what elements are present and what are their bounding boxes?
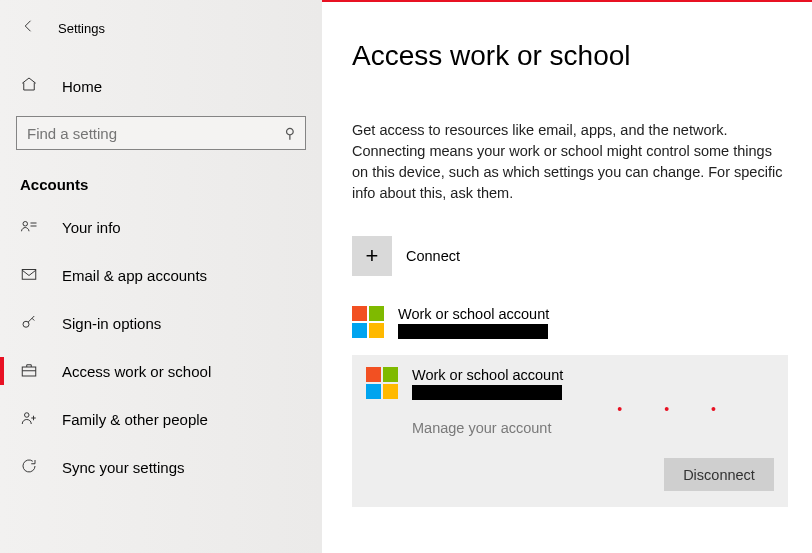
sidebar-item-email-accounts[interactable]: Email & app accounts xyxy=(0,251,322,299)
connect-button[interactable]: + Connect xyxy=(352,232,788,280)
sidebar: Settings Home ⚲ Accounts Your info xyxy=(0,0,322,553)
nav-label: Email & app accounts xyxy=(62,267,207,284)
plus-icon: + xyxy=(352,236,392,276)
svg-point-0 xyxy=(23,221,28,226)
section-header: Accounts xyxy=(20,176,322,193)
account-item[interactable]: Work or school account xyxy=(366,367,774,400)
sidebar-item-access-work-school[interactable]: Access work or school xyxy=(0,347,322,395)
search-icon: ⚲ xyxy=(285,125,295,141)
account-title: Work or school account xyxy=(412,367,563,383)
disconnect-button[interactable]: Disconnect xyxy=(664,458,774,491)
account-email-redacted xyxy=(398,324,548,339)
microsoft-logo-icon xyxy=(352,306,384,338)
sidebar-item-signin-options[interactable]: Sign-in options xyxy=(0,299,322,347)
sidebar-item-family[interactable]: Family & other people xyxy=(0,395,322,443)
nav-label: Sync your settings xyxy=(62,459,185,476)
search-input[interactable] xyxy=(27,125,285,142)
home-button[interactable]: Home xyxy=(0,66,322,106)
annotation-dots: ••• xyxy=(617,401,758,417)
account-email-redacted xyxy=(412,385,562,400)
sync-icon xyxy=(18,457,40,478)
nav-label: Access work or school xyxy=(62,363,211,380)
home-label: Home xyxy=(62,78,102,95)
connect-label: Connect xyxy=(406,248,460,264)
microsoft-logo-icon xyxy=(366,367,398,399)
person-card-icon xyxy=(18,217,40,238)
people-plus-icon xyxy=(18,409,40,430)
svg-point-4 xyxy=(25,412,30,417)
sidebar-item-your-info[interactable]: Your info xyxy=(0,203,322,251)
window-title: Settings xyxy=(58,21,105,36)
sidebar-item-sync[interactable]: Sync your settings xyxy=(0,443,322,491)
search-box[interactable]: ⚲ xyxy=(16,116,306,150)
page-heading: Access work or school xyxy=(352,40,788,72)
briefcase-icon xyxy=(18,361,40,382)
svg-rect-3 xyxy=(22,367,36,376)
nav: Your info Email & app accounts Sign-in o… xyxy=(0,203,322,491)
manage-account-link[interactable]: Manage your account xyxy=(412,420,774,436)
main-content: Access work or school Get access to reso… xyxy=(322,0,812,553)
mail-icon xyxy=(18,265,40,286)
nav-label: Sign-in options xyxy=(62,315,161,332)
account-title: Work or school account xyxy=(398,306,549,322)
account-item[interactable]: Work or school account xyxy=(352,300,788,345)
nav-label: Your info xyxy=(62,219,121,236)
page-description: Get access to resources like email, apps… xyxy=(352,120,788,204)
svg-rect-1 xyxy=(22,269,36,279)
svg-point-2 xyxy=(23,321,29,327)
account-item-expanded: Work or school account ••• Manage your a… xyxy=(352,355,788,507)
home-icon xyxy=(18,75,40,97)
back-icon[interactable] xyxy=(18,17,40,40)
key-icon xyxy=(18,313,40,334)
nav-label: Family & other people xyxy=(62,411,208,428)
